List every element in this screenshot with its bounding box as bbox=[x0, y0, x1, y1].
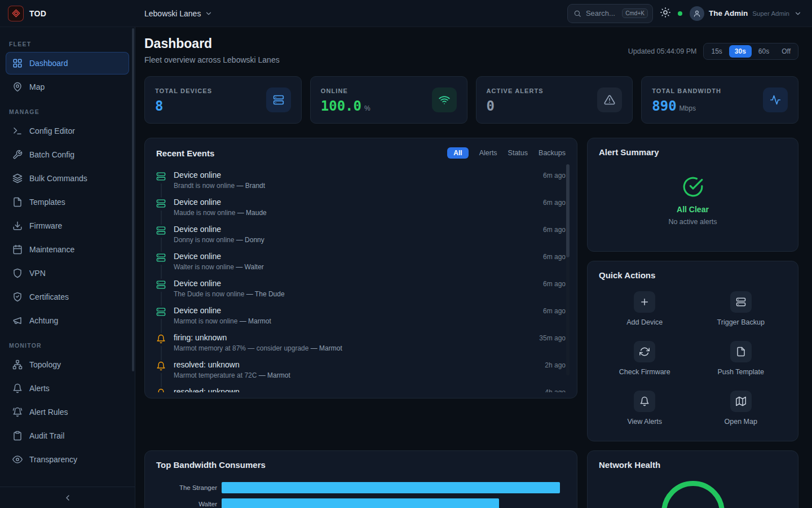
quick-action-icon bbox=[730, 391, 752, 412]
event-type-icon bbox=[156, 334, 166, 344]
alert-subtext: No active alerts bbox=[668, 218, 717, 226]
sidebar-item-label: Config Editor bbox=[29, 126, 75, 135]
event-row[interactable]: resolved: unknown Marmot temperature at … bbox=[145, 357, 577, 384]
sidebar-item-label: Certificates bbox=[29, 292, 69, 301]
network-health-body bbox=[588, 475, 798, 508]
stat-label: ACTIVE ALERTS bbox=[487, 87, 544, 94]
user-menu[interactable]: The Admin Super Admin bbox=[690, 6, 802, 21]
sidebar-item[interactable]: Config Editor bbox=[6, 120, 129, 142]
events-scrollbar-thumb[interactable] bbox=[566, 164, 570, 257]
event-row[interactable]: Device online The Dude is now online — T… bbox=[145, 276, 577, 303]
stat-card: ACTIVE ALERTS 0 bbox=[476, 76, 633, 124]
events-filter-tab[interactable]: Backups bbox=[539, 149, 566, 157]
chevron-left-icon bbox=[63, 493, 72, 502]
event-body: firing: unknown Marmot memory at 87% — c… bbox=[174, 332, 342, 352]
quick-action-button[interactable]: Open Map bbox=[693, 391, 789, 426]
bandwidth-row: The Stranger bbox=[156, 482, 560, 493]
events-filter-tab[interactable]: All bbox=[447, 147, 468, 159]
sidebar-item[interactable]: Certificates bbox=[6, 286, 129, 308]
sidebar-item[interactable]: Topology bbox=[6, 353, 129, 376]
bandwidth-bar bbox=[222, 482, 560, 493]
sidebar-item[interactable]: Templates bbox=[6, 191, 129, 213]
stat-info: ONLINE 100.0 % bbox=[321, 87, 370, 113]
sidebar-item-label: Alert Rules bbox=[29, 408, 68, 417]
event-row[interactable]: firing: unknown Marmot memory at 87% — c… bbox=[145, 330, 577, 357]
sidebar-item[interactable]: Bulk Commands bbox=[6, 167, 129, 190]
alert-summary-body: All Clear No active alerts bbox=[588, 163, 798, 226]
event-type-icon bbox=[156, 253, 166, 262]
quick-action-button[interactable]: Trigger Backup bbox=[693, 291, 789, 326]
event-detail: Brandt is now online — Brandt bbox=[174, 182, 265, 190]
network-health-title: Network Health bbox=[599, 460, 660, 470]
sidebar-item[interactable]: Dashboard bbox=[6, 52, 129, 75]
event-row[interactable]: Device online Walter is now online — Wal… bbox=[145, 249, 577, 276]
quick-action-button[interactable]: Check Firmware bbox=[597, 341, 693, 376]
quick-action-icon bbox=[730, 291, 752, 313]
sidebar-item-icon bbox=[12, 454, 23, 465]
event-row[interactable]: Device online Maude is now online — Maud… bbox=[145, 195, 577, 222]
quick-action-button[interactable]: View Alerts bbox=[597, 391, 693, 426]
search-shortcut-badge: Cmd+K bbox=[622, 8, 648, 18]
sidebar-item-label: Alerts bbox=[29, 384, 50, 393]
sidebar-section-label: MANAGE bbox=[9, 108, 126, 115]
search-input[interactable]: Search... Cmd+K bbox=[567, 4, 653, 23]
sidebar-item-label: Maintenance bbox=[29, 245, 74, 254]
quick-action-label: View Alerts bbox=[627, 418, 662, 426]
event-timestamp: 2h ago bbox=[545, 361, 566, 369]
recent-events-title: Recent Events bbox=[156, 148, 214, 158]
event-type-icon bbox=[156, 226, 166, 235]
sidebar-collapse-button[interactable] bbox=[0, 487, 135, 508]
theme-toggle-button[interactable] bbox=[660, 7, 670, 19]
event-timestamp: 4h ago bbox=[545, 388, 566, 392]
sidebar-item-icon bbox=[12, 173, 23, 183]
quick-action-icon bbox=[634, 341, 655, 362]
event-row[interactable]: Device online Marmot is now online — Mar… bbox=[145, 303, 577, 330]
event-body: Device online Brandt is now online — Bra… bbox=[174, 170, 265, 190]
app-logo: TOD bbox=[0, 6, 135, 21]
stat-icon-glyph bbox=[273, 94, 284, 106]
quick-action-button[interactable]: Push Template bbox=[693, 341, 789, 376]
events-filter-tab[interactable]: Status bbox=[508, 149, 528, 157]
refresh-interval-option[interactable]: Off bbox=[776, 45, 796, 58]
sidebar-item[interactable]: Transparency bbox=[6, 448, 129, 471]
sidebar-item[interactable]: VPN bbox=[6, 262, 129, 284]
stat-unit: Mbps bbox=[679, 104, 696, 112]
user-icon bbox=[693, 10, 701, 17]
refresh-interval-option[interactable]: 60s bbox=[753, 45, 775, 58]
event-row[interactable]: Device online Donny is now online — Donn… bbox=[145, 222, 577, 249]
sidebar-item[interactable]: Alert Rules bbox=[6, 401, 129, 423]
sidebar-item-label: Transparency bbox=[29, 455, 77, 464]
refresh-interval-option[interactable]: 30s bbox=[729, 45, 752, 58]
event-body: Device online Marmot is now online — Mar… bbox=[174, 305, 271, 325]
recent-events-panel: Recent Events AllAlertsStatusBackups Dev… bbox=[144, 138, 577, 398]
event-device: — Marmot bbox=[237, 317, 271, 325]
event-row[interactable]: resolved: unknown 4h ago bbox=[145, 384, 577, 392]
event-row[interactable]: Device online Brandt is now online — Bra… bbox=[145, 168, 577, 195]
sidebar-item[interactable]: Firmware bbox=[6, 214, 129, 237]
sidebar-item[interactable]: Batch Config bbox=[6, 143, 129, 166]
quick-action-button[interactable]: Add Device bbox=[597, 291, 693, 326]
event-title: Device online bbox=[174, 197, 267, 208]
stat-info: TOTAL DEVICES 8 bbox=[155, 87, 212, 113]
stat-label: TOTAL DEVICES bbox=[155, 87, 212, 94]
main-content: Dashboard Fleet overview across Lebowski… bbox=[135, 27, 812, 508]
sidebar-item[interactable]: Achtung bbox=[6, 309, 129, 332]
header-controls: Updated 05:44:09 PM 15s30s60sOff bbox=[628, 43, 798, 60]
sidebar-item[interactable]: Maintenance bbox=[6, 238, 129, 261]
sidebar-item[interactable]: Audit Trail bbox=[6, 424, 129, 447]
events-filter-tab[interactable]: Alerts bbox=[479, 149, 497, 157]
health-gauge-ring bbox=[661, 481, 725, 508]
content-grid: Recent Events AllAlertsStatusBackups Dev… bbox=[144, 138, 798, 508]
sidebar-section: MONITOR Topology Alerts Alert Rules Audi… bbox=[0, 342, 135, 471]
events-scrollbar-track[interactable] bbox=[566, 164, 570, 375]
user-name: The Admin bbox=[709, 9, 748, 17]
event-title: Device online bbox=[174, 278, 285, 289]
quick-action-icon bbox=[634, 391, 655, 412]
sidebar-item[interactable]: Alerts bbox=[6, 377, 129, 400]
org-selector[interactable]: Lebowski Lanes bbox=[135, 9, 213, 18]
sidebar-scrollbar[interactable] bbox=[132, 28, 134, 371]
search-placeholder: Search... bbox=[586, 9, 615, 17]
refresh-interval-option[interactable]: 15s bbox=[705, 45, 727, 58]
sidebar-item[interactable]: Map bbox=[6, 76, 129, 98]
page-subtitle: Fleet overview across Lebowski Lanes bbox=[144, 55, 280, 64]
